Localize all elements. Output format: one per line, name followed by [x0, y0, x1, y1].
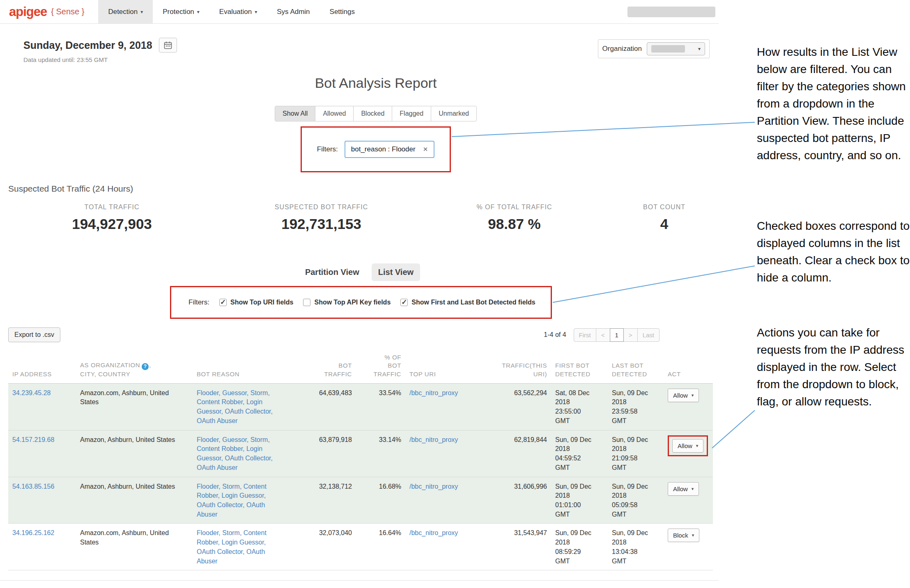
column-header-first-bot-detected: FIRST BOT DETECTED — [551, 349, 608, 383]
nav-item-label: Settings — [330, 8, 355, 16]
action-dropdown[interactable]: Allow ▾ — [672, 439, 703, 453]
status-filter-tabs: Show All Allowed Blocked Flagged Unmarke… — [33, 106, 719, 121]
filter-chip-bot-reason[interactable]: bot_reason : Flooder ✕ — [345, 141, 434, 158]
ip-address-link[interactable]: 34.196.25.162 — [12, 529, 54, 536]
nav-item-label: Detection — [108, 8, 138, 16]
column-filters-highlight-box: Filters: ✓ Show Top URI fields ✓ Show To… — [170, 286, 552, 319]
traffic-this-uri-cell: 31,543,947 — [469, 524, 551, 570]
stat-value: 194,927,903 — [0, 216, 224, 232]
checkbox-show-top-api-key[interactable]: ✓ — [303, 299, 310, 306]
caret-down-icon: ▾ — [692, 393, 694, 398]
column-header-bot-reason: BOT REASON — [193, 349, 289, 383]
view-switcher: Partition View List View — [0, 263, 719, 281]
nav-item-protection[interactable]: Protection ▾ — [153, 0, 209, 23]
checkbox-label: Show First and Last Bot Detected fields — [411, 299, 535, 306]
bot-traffic-cell: 32,073,040 — [289, 524, 356, 570]
help-icon[interactable]: ? — [142, 363, 149, 370]
pct-bot-traffic-cell: 16.68% — [356, 477, 405, 524]
annotation-filter-note: How results in the List View below are f… — [757, 43, 910, 164]
top-uri-link[interactable]: /bbc_nitro_proxy — [409, 483, 458, 490]
bot-reason-links[interactable]: Flooder, Guessor, Storm, Content Robber,… — [197, 389, 273, 424]
first-bot-detected-cell: Sat, 08 Dec 2018 23:55:00 GMT — [551, 383, 608, 430]
top-uri-link[interactable]: /bbc_nitro_proxy — [409, 436, 458, 443]
caret-down-icon: ▾ — [692, 486, 694, 492]
pagination-first-button[interactable]: First — [574, 328, 596, 342]
as-organization-cell: Amazon.com, Ashburn, United States — [76, 524, 193, 570]
section-heading: Suspected Bot Traffic (24 Hours) — [8, 184, 719, 194]
caret-down-icon: ▾ — [692, 533, 694, 538]
ip-address-link[interactable]: 54.163.85.156 — [12, 483, 54, 490]
pagination-last-button[interactable]: Last — [637, 328, 660, 342]
page-title: Bot Analysis Report — [33, 74, 719, 92]
tab-blocked[interactable]: Blocked — [353, 106, 392, 121]
check-icon: ✓ — [401, 298, 407, 307]
top-uri-link[interactable]: /bbc_nitro_proxy — [409, 529, 458, 536]
pagination: First < 1 > Last — [574, 328, 660, 342]
tab-show-all[interactable]: Show All — [275, 106, 315, 121]
chevron-down-icon: ▾ — [255, 9, 257, 15]
traffic-this-uri-cell: 31,606,996 — [469, 477, 551, 524]
divider — [0, 580, 719, 581]
stat-label: TOTAL TRAFFIC — [0, 204, 224, 211]
column-header-traffic-this-uri: TRAFFIC(THIS URI) — [469, 349, 551, 383]
action-dropdown[interactable]: Allow ▾ — [668, 482, 699, 496]
checkbox-label: Show Top URI fields — [230, 299, 293, 306]
action-dropdown[interactable]: Allow ▾ — [668, 389, 699, 402]
remove-filter-icon[interactable]: ✕ — [423, 146, 428, 153]
tab-partition-view[interactable]: Partition View — [299, 263, 366, 281]
stat-total-traffic: TOTAL TRAFFIC 194,927,903 — [0, 204, 224, 232]
traffic-this-uri-cell: 62,819,844 — [469, 430, 551, 477]
pagination-range: 1-4 of 4 — [544, 331, 566, 339]
organization-dropdown[interactable]: ▾ — [647, 42, 705, 55]
brand-logo: apigee { Sense } — [0, 0, 98, 23]
top-navbar: apigee { Sense } Detection ▾ Protection … — [0, 0, 719, 24]
column-header-act: ACT — [664, 349, 713, 383]
action-label: Allow — [678, 442, 692, 449]
column-header-as-organization: AS ORGANIZATION?, CITY, COUNTRY — [76, 349, 193, 383]
date-picker-button[interactable] — [159, 38, 177, 53]
organization-label: Organization — [602, 45, 642, 53]
nav-item-evaluation[interactable]: Evaluation ▾ — [209, 0, 267, 23]
stats-summary: TOTAL TRAFFIC 194,927,903 SUSPECTED BOT … — [0, 204, 719, 232]
stat-label: BOT COUNT — [610, 204, 719, 211]
export-csv-button[interactable]: Export to .csv — [8, 327, 60, 342]
checkbox-label: Show Top API Key fields — [314, 299, 391, 306]
nav-item-label: Protection — [163, 8, 194, 16]
nav-item-sys-admin[interactable]: Sys Admin — [267, 0, 319, 23]
chevron-down-icon: ▾ — [140, 9, 143, 15]
ip-address-link[interactable]: 34.239.45.28 — [12, 389, 51, 396]
table-row: 54.163.85.156 Amazon, Ashburn, United St… — [8, 477, 713, 524]
annotation-actions-note: Actions you can take for requests from t… — [757, 324, 910, 410]
checkbox-show-first-last-bot[interactable]: ✓ — [400, 299, 408, 306]
action-label: Allow — [673, 485, 688, 492]
tab-flagged[interactable]: Flagged — [392, 106, 431, 121]
table-row: 34.196.25.162 Amazon.com, Ashburn, Unite… — [8, 524, 713, 570]
tab-allowed[interactable]: Allowed — [315, 106, 354, 121]
bot-traffic-cell: 32,138,712 — [289, 477, 356, 524]
pagination-prev-button[interactable]: < — [596, 328, 610, 342]
nav-item-settings[interactable]: Settings — [320, 0, 365, 23]
report-date: Sunday, December 9, 2018 — [23, 39, 152, 51]
pagination-next-button[interactable]: > — [623, 328, 638, 342]
sense-logo-suffix: { Sense } — [51, 7, 84, 16]
filter-show-first-last-bot: ✓ Show First and Last Bot Detected field… — [400, 299, 535, 306]
tab-list-view[interactable]: List View — [372, 263, 420, 281]
ip-address-link[interactable]: 54.157.219.68 — [12, 436, 54, 443]
bot-reason-links[interactable]: Flooder, Storm, Content Robber, Login Gu… — [197, 483, 267, 518]
bot-reason-links[interactable]: Flooder, Guessor, Storm, Content Robber,… — [197, 436, 273, 471]
last-bot-detected-cell: Sun, 09 Dec 2018 05:09:58 GMT — [608, 477, 664, 524]
as-organization-cell: Amazon, Ashburn, United States — [76, 477, 193, 524]
bot-reason-links[interactable]: Flooder, Storm, Content Robber, Login Gu… — [197, 529, 267, 564]
nav-item-detection[interactable]: Detection ▾ — [98, 0, 153, 23]
check-icon: ✓ — [220, 298, 226, 307]
pagination-page-1-button[interactable]: 1 — [610, 328, 624, 342]
action-dropdown[interactable]: Block ▾ — [668, 529, 699, 542]
stat-value: 192,731,153 — [224, 216, 419, 232]
tab-unmarked[interactable]: Unmarked — [431, 106, 477, 121]
action-label: Allow — [673, 392, 688, 399]
table-toolbar: Export to .csv 1-4 of 4 First < 1 > Last — [0, 327, 719, 343]
checkbox-show-top-uri[interactable]: ✓ — [219, 299, 227, 306]
top-uri-link[interactable]: /bbc_nitro_proxy — [409, 389, 458, 396]
column-header-last-bot-detected: LAST BOT DETECTED — [608, 349, 664, 383]
stat-label: % OF TOTAL TRAFFIC — [419, 204, 610, 211]
